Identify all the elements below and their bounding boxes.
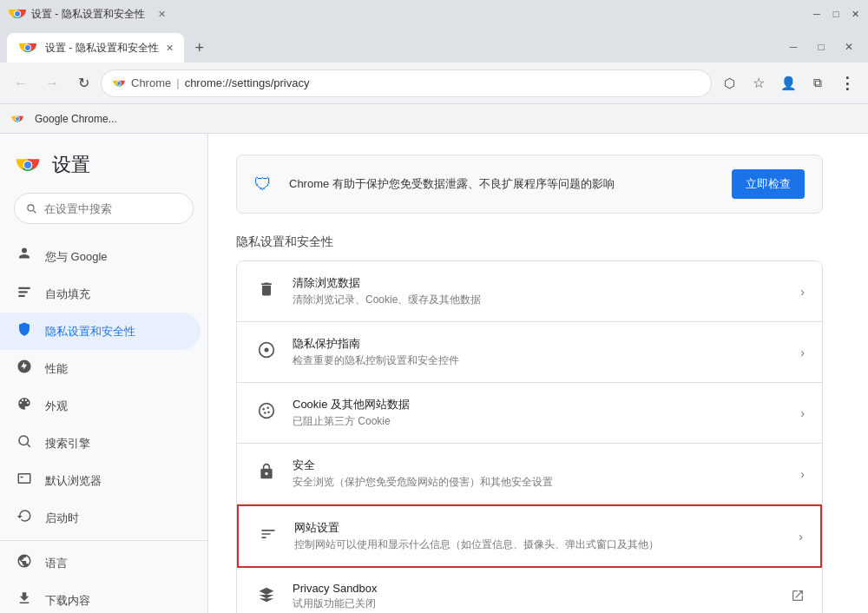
appearance-icon: [14, 396, 35, 416]
sidebar-item-performance[interactable]: 性能: [0, 350, 201, 387]
sidebar-item-startup[interactable]: 启动时: [0, 499, 201, 537]
cookies-text: Cookie 及其他网站数据 已阻止第三方 Cookie: [293, 397, 786, 429]
title-bar: 设置 - 隐私设置和安全性 ✕ ─ □ ✕: [0, 0, 868, 28]
sidebar-label-privacy: 隐私设置和安全性: [45, 324, 135, 339]
reload-button[interactable]: ↻: [69, 69, 97, 97]
person-icon: [14, 247, 35, 267]
title-bar-left: 设置 - 隐私设置和安全性 ✕: [7, 3, 169, 24]
tab-close-icon[interactable]: ✕: [166, 43, 174, 54]
minimize-button[interactable]: ─: [811, 8, 823, 20]
security-subtitle: 安全浏览（保护您免受危险网站的侵害）和其他安全设置: [293, 475, 786, 490]
sidebar-label-performance: 性能: [45, 361, 68, 377]
svg-point-18: [19, 436, 29, 445]
active-tab[interactable]: 设置 - 隐私设置和安全性 ✕: [7, 33, 184, 63]
sidebar-divider-1: [0, 540, 207, 541]
new-tab-button[interactable]: +: [187, 36, 212, 60]
security-title: 安全: [293, 458, 786, 473]
search-input[interactable]: [44, 202, 182, 215]
title-bar-controls: ─ □ ✕: [811, 8, 861, 20]
clear-browsing-arrow: ›: [800, 285, 805, 299]
search-engine-icon: [14, 433, 35, 453]
cast-button[interactable]: ⬡: [715, 69, 743, 97]
cookies-subtitle: 已阻止第三方 Cookie: [293, 414, 786, 429]
site-settings-title: 网站设置: [294, 520, 785, 536]
site-settings-subtitle: 控制网站可以使用和显示什么信息（如位置信息、摄像头、弹出式窗口及其他）: [294, 537, 785, 552]
address-bar[interactable]: Chrome | chrome://settings/privacy: [101, 69, 712, 97]
sidebar-item-language[interactable]: 语言: [0, 544, 201, 582]
performance-icon: [14, 359, 35, 379]
clear-browsing-subtitle: 清除浏览记录、Cookie、缓存及其他数据: [293, 293, 786, 307]
tab-strip-minimize[interactable]: ─: [781, 35, 806, 59]
omnibox-path: settings/privacy: [232, 76, 310, 89]
settings-search-bar[interactable]: [14, 193, 194, 224]
sidebar-item-browser[interactable]: 默认浏览器: [0, 462, 201, 499]
sidebar-label-google: 您与 Google: [45, 249, 108, 265]
site-settings-arrow: ›: [799, 530, 803, 544]
site-settings-text: 网站设置 控制网站可以使用和显示什么信息（如位置信息、摄像头、弹出式窗口及其他）: [294, 520, 785, 552]
bookmark-item-chrome[interactable]: Google Chrome...: [28, 109, 124, 129]
tab-label: 设置 - 隐私设置和安全性: [45, 41, 159, 56]
sidebar-label-startup: 启动时: [45, 511, 79, 526]
startup-icon: [14, 508, 35, 528]
svg-line-19: [27, 444, 30, 446]
settings-chrome-logo: [14, 151, 42, 179]
maximize-button[interactable]: □: [830, 8, 842, 20]
shield-icon: [14, 321, 35, 341]
close-button[interactable]: ✕: [849, 8, 861, 20]
trash-icon: [254, 280, 279, 302]
tab-strip-maximize[interactable]: □: [809, 35, 833, 59]
main-content: 🛡 Chrome 有助于保护您免受数据泄露、不良扩展程序等问题的影响 立即检查 …: [208, 134, 868, 613]
sidebar-label-search: 搜索引擎: [45, 436, 90, 452]
settings-title: 设置: [52, 152, 90, 178]
clear-browsing-item[interactable]: 清除浏览数据 清除浏览记录、Cookie、缓存及其他数据 ›: [237, 261, 822, 322]
settings-list: 清除浏览数据 清除浏览记录、Cookie、缓存及其他数据 › 隐私保护指南 检查…: [236, 260, 823, 613]
clear-browsing-text: 清除浏览数据 清除浏览记录、Cookie、缓存及其他数据: [293, 275, 786, 307]
extensions-button[interactable]: ⧉: [804, 69, 832, 97]
sidebar-item-google[interactable]: 您与 Google: [0, 238, 201, 275]
browser-icon: [14, 471, 35, 491]
autofill-icon: [14, 284, 35, 304]
cookies-title: Cookie 及其他网站数据: [293, 397, 786, 412]
site-settings-item[interactable]: 网站设置 控制网站可以使用和显示什么信息（如位置信息、摄像头、弹出式窗口及其他）…: [237, 504, 822, 568]
svg-point-25: [266, 406, 269, 409]
forward-button[interactable]: →: [38, 69, 66, 97]
sidebar-item-autofill[interactable]: 自动填充: [0, 275, 201, 313]
svg-point-22: [265, 348, 269, 353]
tab-favicon: [17, 37, 38, 58]
bookmarks-chrome-logo: [10, 112, 24, 126]
check-now-button[interactable]: 立即检查: [732, 169, 805, 199]
cookies-item[interactable]: Cookie 及其他网站数据 已阻止第三方 Cookie ›: [237, 383, 822, 444]
chrome-favicon-titlebar: [7, 3, 28, 24]
svg-point-5: [25, 45, 30, 50]
privacy-sandbox-subtitle: 试用版功能已关闭: [293, 597, 777, 611]
svg-point-27: [267, 411, 270, 413]
privacy-guide-subtitle: 检查重要的隐私控制设置和安全控件: [293, 353, 786, 368]
bookmarks-bar: Google Chrome...: [0, 104, 868, 134]
bookmark-button[interactable]: ☆: [745, 69, 773, 97]
sidebar-label-appearance: 外观: [45, 399, 68, 414]
privacy-guide-item[interactable]: 隐私保护指南 检查重要的隐私控制设置和安全控件 ›: [237, 322, 822, 383]
cookies-arrow: ›: [800, 406, 805, 420]
sidebar-label-language: 语言: [45, 556, 68, 571]
menu-button[interactable]: ⋮: [833, 69, 861, 97]
security-item[interactable]: 安全 安全浏览（保护您免受危险网站的侵害）和其他安全设置 ›: [237, 444, 822, 504]
tab-bar: 设置 - 隐私设置和安全性 ✕ + ─ □ ✕: [0, 28, 868, 63]
sidebar-item-privacy[interactable]: 隐私设置和安全性: [0, 313, 201, 350]
tab-strip-close[interactable]: ✕: [837, 35, 861, 59]
sidebar-item-downloads[interactable]: 下载内容: [0, 582, 201, 613]
settings-header: 设置: [0, 134, 207, 193]
privacy-sandbox-title: Privacy Sandbox: [293, 582, 777, 595]
omnibox-separator: |: [176, 76, 179, 89]
sidebar: 设置 您与 Google 自动填充 隐私设置和安全性: [0, 134, 208, 613]
banner-shield-icon: 🛡: [254, 175, 275, 194]
sidebar-item-search[interactable]: 搜索引擎: [0, 425, 201, 462]
tab-close-btn[interactable]: ✕: [155, 7, 169, 21]
search-icon: [25, 201, 37, 215]
back-button[interactable]: ←: [7, 69, 35, 97]
sidebar-item-appearance[interactable]: 外观: [0, 387, 201, 425]
privacy-sandbox-item[interactable]: Privacy Sandbox 试用版功能已关闭: [237, 568, 822, 613]
bookmark-label: Google Chrome...: [35, 113, 117, 125]
profile-button[interactable]: 👤: [774, 69, 802, 97]
privacy-guide-icon: [254, 341, 279, 363]
download-icon: [14, 590, 35, 610]
